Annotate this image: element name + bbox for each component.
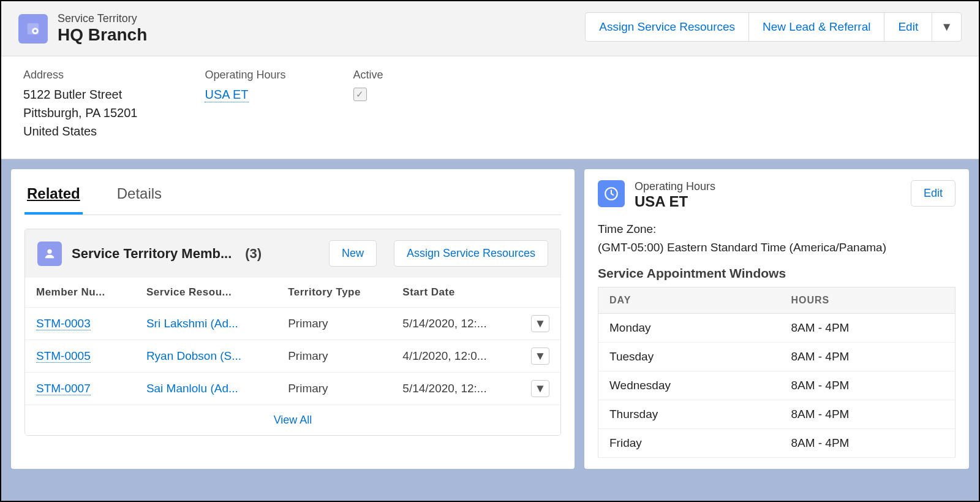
tab-related[interactable]: Related [24, 180, 83, 215]
row-actions-button[interactable]: ▼ [531, 380, 549, 397]
assign-service-resources-button[interactable]: Assign Service Resources [585, 12, 748, 42]
edit-button[interactable]: Edit [884, 12, 932, 42]
hours-cell: 8AM - 4PM [780, 342, 955, 371]
members-icon [37, 241, 62, 266]
member-number-link[interactable]: STM-0003 [36, 317, 91, 330]
operating-hours-label: Operating Hours [205, 69, 285, 82]
service-territory-icon [18, 14, 48, 44]
record-tabs: Related Details [24, 180, 561, 215]
hours-table: DAY HOURS Monday8AM - 4PMTuesday8AM - 4P… [598, 287, 956, 458]
hours-cell: 8AM - 4PM [780, 371, 955, 400]
assign-resources-card-button[interactable]: Assign Service Resources [394, 240, 548, 267]
service-resource-link[interactable]: Sai Manlolu (Ad... [146, 382, 238, 395]
related-panel: Related Details Service Territory Memb..… [11, 169, 575, 469]
op-hours-record-name: USA ET [635, 193, 715, 210]
col-member-number: Member Nu... [25, 278, 135, 308]
table-row: Tuesday8AM - 4PM [598, 342, 956, 371]
table-row: Monday8AM - 4PM [598, 313, 956, 342]
appointment-windows-title: Service Appointment Windows [598, 266, 956, 281]
hours-cell: 8AM - 4PM [780, 428, 955, 457]
day-cell: Thursday [598, 400, 780, 428]
active-checkbox: ✓ [353, 88, 367, 101]
row-actions-button[interactable]: ▼ [531, 348, 549, 365]
table-row: STM-0007Sai Manlolu (Ad...Primary5/14/20… [25, 373, 560, 405]
record-header: Service Territory HQ Branch Assign Servi… [1, 1, 979, 56]
timezone-value: (GMT-05:00) Eastern Standard Time (Ameri… [598, 238, 956, 257]
address-line3: United States [23, 122, 137, 140]
table-row: STM-0005Ryan Dobson (S...Primary4/1/2020… [25, 340, 560, 373]
operating-hours-panel: Operating Hours USA ET Edit Time Zone: (… [584, 169, 969, 469]
timezone-label: Time Zone: [598, 220, 956, 238]
address-line1: 5122 Butler Street [23, 85, 137, 104]
new-lead-referral-button[interactable]: New Lead & Referral [748, 12, 884, 42]
caret-down-icon: ▼ [535, 317, 546, 330]
operating-hours-link[interactable]: USA ET [205, 88, 248, 102]
record-name: HQ Branch [58, 25, 147, 45]
start-date-cell: 5/14/2020, 12:... [391, 308, 520, 340]
col-start-date: Start Date [391, 278, 520, 308]
clock-icon [598, 180, 625, 207]
caret-down-icon: ▼ [941, 20, 952, 33]
header-actions: Assign Service Resources New Lead & Refe… [585, 12, 962, 42]
col-service-resource: Service Resou... [135, 278, 277, 308]
table-row: STM-0003Sri Lakshmi (Ad...Primary5/14/20… [25, 308, 560, 340]
day-cell: Tuesday [598, 342, 780, 371]
caret-down-icon: ▼ [535, 382, 546, 395]
op-hours-object-label: Operating Hours [635, 180, 715, 193]
territory-type-cell: Primary [277, 340, 391, 373]
hours-cell: 8AM - 4PM [780, 313, 955, 342]
day-cell: Monday [598, 313, 780, 342]
table-row: Thursday8AM - 4PM [598, 400, 956, 428]
address-value: 5122 Butler Street Pittsburgh, PA 15201 … [23, 85, 137, 140]
territory-type-cell: Primary [277, 308, 391, 340]
col-hours: HOURS [780, 287, 955, 313]
col-territory-type: Territory Type [277, 278, 391, 308]
related-card-title: Service Territory Memb... [72, 246, 232, 262]
col-day: DAY [598, 287, 780, 313]
service-territory-members-card: Service Territory Memb... (3) New Assign… [24, 229, 561, 436]
view-all-link[interactable]: View All [25, 405, 560, 435]
object-label: Service Territory [58, 12, 147, 25]
related-card-count: (3) [245, 246, 262, 262]
op-hours-edit-button[interactable]: Edit [911, 180, 956, 207]
start-date-cell: 5/14/2020, 12:... [391, 373, 520, 405]
day-cell: Wednesday [598, 371, 780, 400]
day-cell: Friday [598, 428, 780, 457]
table-row: Friday8AM - 4PM [598, 428, 956, 457]
address-line2: Pittsburgh, PA 15201 [23, 104, 137, 122]
member-number-link[interactable]: STM-0005 [36, 349, 91, 363]
service-resource-link[interactable]: Ryan Dobson (S... [146, 349, 241, 362]
row-actions-button[interactable]: ▼ [531, 315, 549, 332]
more-actions-button[interactable]: ▼ [932, 12, 962, 42]
member-number-link[interactable]: STM-0007 [36, 382, 91, 395]
svg-point-3 [47, 249, 51, 253]
table-row: Wednesday8AM - 4PM [598, 371, 956, 400]
territory-type-cell: Primary [277, 373, 391, 405]
service-resource-link[interactable]: Sri Lakshmi (Ad... [146, 317, 238, 330]
hours-cell: 8AM - 4PM [780, 400, 955, 428]
highlights-panel: Address 5122 Butler Street Pittsburgh, P… [1, 56, 979, 159]
tab-details[interactable]: Details [115, 180, 164, 215]
members-table: Member Nu... Service Resou... Territory … [25, 278, 560, 405]
new-member-button[interactable]: New [329, 240, 377, 267]
start-date-cell: 4/1/2020, 12:0... [391, 340, 520, 373]
address-label: Address [23, 69, 137, 82]
active-label: Active [353, 69, 383, 82]
caret-down-icon: ▼ [535, 349, 546, 363]
svg-point-2 [34, 29, 37, 32]
